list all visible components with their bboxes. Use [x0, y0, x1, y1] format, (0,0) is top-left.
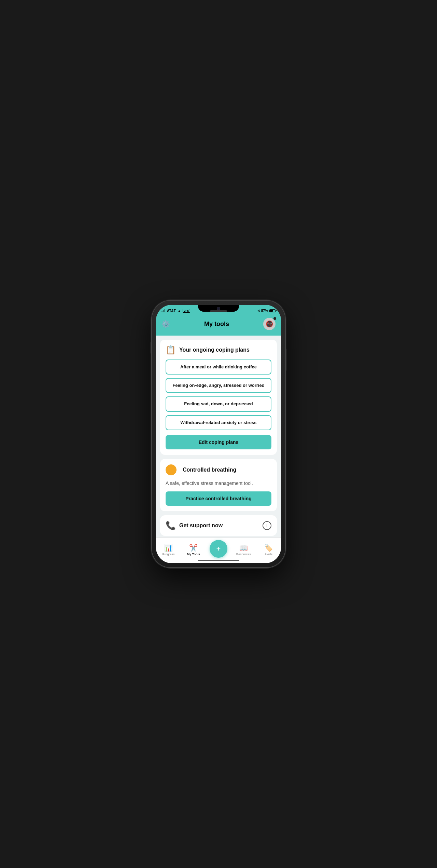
coping-plan-item-2[interactable]: Feeling on-edge, angry, stressed or worr… [166, 378, 271, 393]
header: ⚙️ My tools [156, 315, 281, 336]
support-card: 📞 Get support now i [160, 515, 277, 536]
practice-breathing-button[interactable]: Practice controlled breathing [166, 491, 271, 506]
coping-plan-item-3[interactable]: Feeling sad, down, or depressed [166, 396, 271, 411]
coping-plans-card: 📋 Your ongoing coping plans After a meal… [160, 340, 277, 455]
nav-item-alerts[interactable]: 🏷️ Alerts [256, 544, 281, 556]
no-smoking-button[interactable] [263, 318, 276, 330]
support-title: Get support now [179, 523, 223, 529]
progress-icon: 📊 [164, 544, 173, 552]
signal-icon [161, 309, 165, 312]
phone-screen: AT&T ▲ VPN 12:54 PM ◁ 57% ⚙️ My tools [156, 305, 281, 563]
edit-coping-plans-button[interactable]: Edit coping plans [166, 435, 271, 449]
add-button[interactable]: + [210, 540, 227, 558]
info-icon[interactable]: i [263, 521, 271, 530]
coping-plans-title: Your ongoing coping plans [179, 347, 250, 353]
plus-icon: + [216, 544, 221, 553]
clipboard-icon: 📋 [166, 345, 176, 355]
settings-icon[interactable]: ⚙️ [161, 320, 170, 328]
screen: AT&T ▲ VPN 12:54 PM ◁ 57% ⚙️ My tools [156, 305, 281, 563]
page-title: My tools [204, 321, 229, 328]
nav-item-mytools[interactable]: ✂️ My Tools [181, 544, 206, 556]
support-left: 📞 Get support now [166, 521, 223, 530]
support-header: 📞 Get support now i [166, 521, 271, 530]
notification-dot [273, 317, 276, 320]
coping-plans-header: 📋 Your ongoing coping plans [166, 345, 271, 355]
resources-icon: 📖 [239, 544, 248, 552]
status-left: AT&T ▲ VPN [161, 309, 190, 313]
home-indicator [198, 560, 239, 561]
location-icon: ◁ [257, 309, 260, 312]
wifi-icon: ▲ [178, 309, 181, 313]
nav-item-resources[interactable]: 📖 Resources [231, 544, 256, 556]
breathing-icon [166, 464, 177, 475]
coping-plan-item-4[interactable]: Withdrawal-related anxiety or stress [166, 415, 271, 430]
breathing-title: Controlled breathing [183, 467, 236, 473]
speaker [210, 310, 227, 312]
breathing-card: Controlled breathing A safe, effective s… [160, 459, 277, 512]
battery-icon [269, 309, 276, 312]
coping-plan-item-1[interactable]: After a meal or while drinking coffee [166, 360, 271, 375]
phone-icon: 📞 [166, 521, 176, 530]
vpn-badge: VPN [183, 309, 190, 313]
breathing-header: Controlled breathing [166, 464, 271, 475]
main-content: 📋 Your ongoing coping plans After a meal… [156, 336, 281, 538]
status-right: ◁ 57% [257, 309, 276, 313]
nav-label-mytools: My Tools [187, 553, 200, 556]
battery-percent: 57% [261, 309, 268, 313]
nav-label-progress: Progress [163, 553, 175, 556]
nav-item-progress[interactable]: 📊 Progress [156, 544, 181, 556]
mytools-icon: ✂️ [189, 544, 198, 552]
breathing-description: A safe, effective stress management tool… [166, 480, 271, 487]
bottom-nav: 📊 Progress ✂️ My Tools + 📖 Resources [156, 538, 281, 563]
nav-center: + [206, 540, 231, 560]
nav-label-alerts: Alerts [265, 553, 272, 556]
phone-frame: AT&T ▲ VPN 12:54 PM ◁ 57% ⚙️ My tools [152, 301, 285, 567]
carrier-label: AT&T [167, 309, 176, 313]
nav-label-resources: Resources [236, 553, 251, 556]
camera [217, 307, 220, 310]
alerts-icon: 🏷️ [264, 544, 273, 552]
